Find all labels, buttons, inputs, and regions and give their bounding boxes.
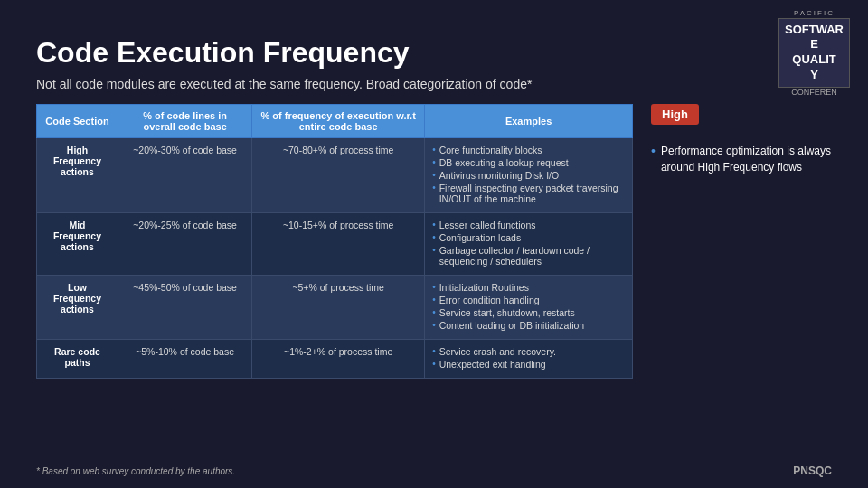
slide-subtitle: Not all code modules are executed at the… [36,77,832,91]
cell-code-lines: ~20%-25% of code base [118,213,252,276]
optimization-note: • Performance optimization is always aro… [651,136,832,186]
example-item: •Firewall inspecting every packet traver… [432,183,625,204]
example-text: DB executing a lookup request [439,157,569,168]
example-text: Initialization Routines [439,282,529,293]
example-text: Core functionality blocks [439,145,542,155]
cell-freq: ~1%-2+% of process time [252,340,425,379]
cell-code-section: Low Frequency actions [37,276,118,340]
optimization-text: Performance optimization is always aroun… [661,143,832,175]
logo-conferen-text: CONFEREN [778,88,850,98]
example-text: Service crash and recovery. [439,346,556,357]
cell-code-section: Mid Frequency actions [37,213,118,276]
example-item: •Service start, shutdown, restarts [432,307,625,318]
cell-code-lines: ~20%-30% of code base [118,138,252,213]
bullet-icon: • [432,295,436,305]
table-header-row: Code Section % of code lines in overall … [37,105,633,138]
bp-item: • Performance optimization is always aro… [651,143,832,175]
bullet-icon: • [432,245,436,267]
example-item: •Core functionality blocks [432,145,625,155]
slide: PACIFIC SOFTWAR E QUALIT Y CONFEREN Code… [0,0,868,488]
slide-title: Code Execution Frequency [36,36,832,70]
pnsqc-label: PNSQC [793,465,832,477]
example-item: •Antivirus monitoring Disk I/O [432,170,625,181]
example-text: Firewall inspecting every packet travers… [439,183,625,204]
cell-freq: ~5+% of process time [252,276,425,340]
cell-examples: •Lesser called functions•Configuration l… [425,213,633,276]
frequency-table: Code Section % of code lines in overall … [36,104,633,379]
example-item: •Configuration loads [432,232,625,243]
table-row: Mid Frequency actions~20%-25% of code ba… [37,213,633,276]
cell-code-section: Rare code paths [37,340,118,379]
example-item: •Service crash and recovery. [432,346,625,357]
table-row: Rare code paths~5%-10% of code base~1%-2… [37,340,633,379]
example-text: Lesser called functions [439,220,536,230]
example-text: Service start, shutdown, restarts [439,307,575,318]
example-item: •Initialization Routines [432,282,625,293]
header-freq: % of frequency of execution w.r.t entire… [252,105,425,138]
logo-line2: E [810,37,818,51]
example-text: Configuration loads [439,232,521,243]
cell-examples: •Service crash and recovery.•Unexpected … [425,340,633,379]
bullet-icon: • [432,307,436,318]
table-row: High Frequency actions~20%-30% of code b… [37,138,633,213]
example-text: Unexpected exit handling [439,359,546,370]
table-container: Code Section % of code lines in overall … [36,104,633,379]
bullet-icon: • [432,359,436,370]
example-text: Error condition handling [439,295,540,305]
header-code-lines: % of code lines in overall code base [118,105,252,138]
example-text: Garbage collector / teardown code / sequ… [439,245,625,267]
header-examples: Examples [425,105,633,138]
bullet-icon: • [432,145,436,155]
example-item: •DB executing a lookup request [432,157,625,168]
bullet-icon: • [432,282,436,293]
table-row: Low Frequency actions~45%-50% of code ba… [37,276,633,340]
content-area: Code Section % of code lines in overall … [36,104,832,379]
high-frequency-label: High [651,104,699,125]
cell-code-lines: ~5%-10% of code base [118,340,252,379]
footnote: * Based on web survey conducted by the a… [36,466,235,476]
logo-pacific-text: PACIFIC [778,9,850,18]
bullet-icon: • [432,232,436,243]
cell-examples: •Core functionality blocks•DB executing … [425,138,633,213]
bullet-icon: • [432,220,436,230]
bullet-icon: • [432,346,436,357]
header-code-section: Code Section [37,105,118,138]
logo-line4: Y [810,68,818,81]
example-item: •Error condition handling [432,295,625,305]
bullet-dot: • [651,142,656,175]
bullet-icon: • [432,320,436,331]
cell-examples: •Initialization Routines•Error condition… [425,276,633,340]
example-text: Antivirus monitoring Disk I/O [439,170,559,181]
bullet-icon: • [432,157,436,168]
example-text: Content loading or DB initialization [439,320,585,331]
logo-area: PACIFIC SOFTWAR E QUALIT Y CONFEREN [778,9,850,98]
right-panel: High • Performance optimization is alway… [651,104,832,186]
cell-code-section: High Frequency actions [37,138,118,213]
footer: * Based on web survey conducted by the a… [36,465,832,477]
logo-line1: SOFTWAR [785,23,844,36]
bullet-icon: • [432,170,436,181]
logo-line3: QUALIT [792,52,835,66]
bullet-icon: • [432,183,436,204]
example-item: •Content loading or DB initialization [432,320,625,331]
example-item: •Lesser called functions [432,220,625,230]
cell-freq: ~70-80+% of process time [252,138,425,213]
logo-box: SOFTWAR E QUALIT Y [778,18,850,89]
example-item: •Unexpected exit handling [432,359,625,370]
cell-code-lines: ~45%-50% of code base [118,276,252,340]
cell-freq: ~10-15+% of process time [252,213,425,276]
example-item: •Garbage collector / teardown code / seq… [432,245,625,267]
